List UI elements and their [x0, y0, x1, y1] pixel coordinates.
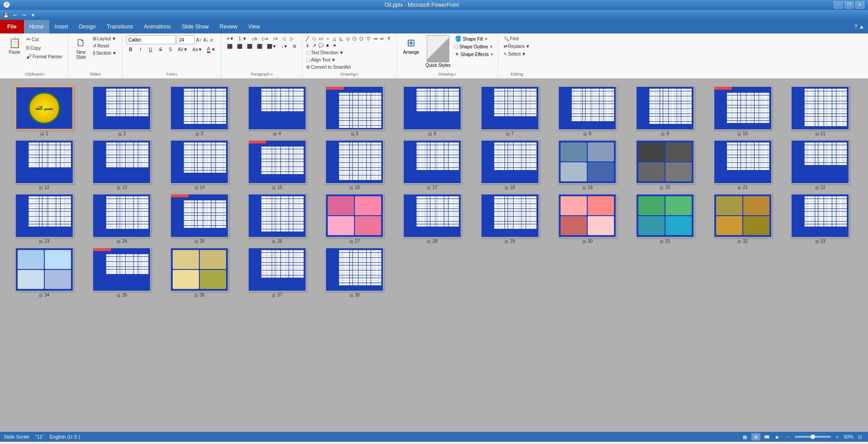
- slide-thumbnail[interactable]: [325, 194, 384, 238]
- redo-qat-button[interactable]: ↪: [20, 11, 28, 19]
- animations-menu[interactable]: Animations: [138, 20, 176, 33]
- slide-thumbnail[interactable]: ████████ ███ ██████ ████ ██ ████████████…: [481, 86, 539, 130]
- increase-font-button[interactable]: A↑: [196, 37, 202, 43]
- slide-thumbnail[interactable]: ████████ ███ ██████ ████ ██ ████████████…: [170, 86, 229, 130]
- left-arrow-shape[interactable]: ⇐: [379, 35, 385, 42]
- slide-container[interactable]: ▤34: [7, 247, 81, 298]
- replace-button[interactable]: ⇄ Replace ▼: [502, 43, 532, 50]
- drawing-expand-icon[interactable]: ⎘: [356, 73, 358, 76]
- layout-button[interactable]: ⊞ Layout ▼: [91, 35, 118, 42]
- slideshow-menu[interactable]: Slide Show: [176, 20, 214, 33]
- customize-qat-button[interactable]: ▼: [29, 11, 37, 19]
- align-text-button[interactable]: ⬚ Align Text ▼: [304, 57, 353, 63]
- shape-fill-button[interactable]: 🪣 Shape Fill ▼: [453, 35, 495, 43]
- fit-slide-button[interactable]: ⊡: [855, 433, 864, 440]
- slide-thumbnail[interactable]: ███████████████████ ███ ██████ ████ ██ █…: [170, 194, 229, 238]
- slide-thumbnail[interactable]: ████████ ███ ██████ ████ ██ ████████████…: [92, 140, 151, 184]
- close-button[interactable]: ✕: [855, 1, 864, 9]
- star5-shape[interactable]: ★: [325, 42, 331, 48]
- slide-container[interactable]: ████████ ███ ██████ ████ ██ ████████████…: [473, 140, 547, 190]
- more-shapes[interactable]: ▽: [365, 35, 372, 42]
- insert-menu[interactable]: Insert: [49, 20, 74, 33]
- clipboard-expand-icon[interactable]: ⎘: [43, 73, 45, 76]
- slide-thumbnail[interactable]: ████████ ███ ██████ ████ ██ ████████████…: [403, 194, 462, 238]
- slide-container[interactable]: ███████████████████ ███ ██████ ████ ██ █…: [240, 140, 314, 190]
- zoom-out-button[interactable]: −: [784, 433, 793, 440]
- change-case-button[interactable]: Aa▼: [190, 46, 204, 53]
- copy-button[interactable]: ⎘ Copy: [24, 44, 64, 52]
- transitions-menu[interactable]: Transitions: [101, 20, 138, 33]
- slide-container[interactable]: ████████ ███ ██████ ████ ██ ████████████…: [783, 86, 857, 136]
- slide-thumbnail[interactable]: ███████████████████ ███ ██████ ████ ██ █…: [92, 247, 151, 292]
- triangle-shape[interactable]: △: [331, 35, 338, 42]
- slide-container[interactable]: ████████ ███ ██████ ████ ██ ████████████…: [318, 140, 392, 190]
- quick-styles-label[interactable]: Quick Styles: [425, 63, 451, 68]
- font-expand-icon[interactable]: ⎘: [175, 73, 177, 76]
- slide-container[interactable]: ████████ ███ ██████ ████ ██ ████████████…: [706, 140, 780, 190]
- text-shadow-button[interactable]: S: [166, 46, 175, 53]
- slide-container[interactable]: ████████ ███ ██████ ████ ██ ████████████…: [162, 140, 236, 190]
- char-spacing-button[interactable]: AV▼: [176, 46, 190, 53]
- slide-container[interactable]: ████████ ███ ██████ ████ ██ ████████████…: [240, 194, 314, 244]
- slide-thumbnail[interactable]: [558, 140, 617, 184]
- view-menu[interactable]: View: [243, 20, 265, 33]
- pentagon-shape[interactable]: ⬠: [352, 35, 358, 42]
- slide-panel[interactable]: بسم الله▤1████████ ███ ██████ ████ ██ ██…: [0, 79, 868, 432]
- save-qat-button[interactable]: 💾: [2, 11, 10, 19]
- zoom-slider[interactable]: [795, 436, 831, 438]
- format-painter-button[interactable]: 🖌 Format Painter: [24, 52, 64, 61]
- slide-container[interactable]: ████████ ███ ██████ ████ ██ ████████████…: [240, 247, 314, 298]
- slide-thumbnail[interactable]: [558, 194, 617, 238]
- select-button[interactable]: ↖ Select ▼: [502, 51, 528, 57]
- slide-container[interactable]: ████████ ███ ██████ ████ ██ ████████████…: [395, 140, 469, 190]
- align-right-button[interactable]: ⬛: [245, 43, 254, 50]
- slide-sorter-button[interactable]: ⊞: [751, 433, 760, 440]
- italic-button[interactable]: I: [136, 46, 145, 53]
- slide-container[interactable]: ████████ ███ ██████ ████ ██ ████████████…: [783, 194, 857, 244]
- slide-thumbnail[interactable]: ████████ ███ ██████ ████ ██ ████████████…: [403, 140, 462, 184]
- new-slide-button[interactable]: 🗋 NewSlide: [72, 35, 90, 61]
- down-arrow-shape[interactable]: ⇓: [304, 42, 311, 48]
- slide-thumbnail[interactable]: ████████ ███ ██████ ████ ██ ████████████…: [481, 140, 539, 184]
- line-shape[interactable]: ╱: [304, 35, 311, 42]
- slide-container[interactable]: ████████ ███ ██████ ████ ██ ████████████…: [85, 194, 159, 244]
- slide-thumbnail[interactable]: ████████ ███ ██████ ████ ██ ████████████…: [248, 86, 307, 130]
- oval-shape[interactable]: ○: [325, 35, 331, 42]
- slide-container[interactable]: ████████ ███ ██████ ████ ██ ████████████…: [162, 86, 236, 136]
- underline-button[interactable]: U: [146, 46, 155, 53]
- star4-shape[interactable]: ✦: [331, 42, 338, 48]
- slide-thumbnail[interactable]: ████████ ███ ██████ ████ ██ ████████████…: [248, 194, 307, 238]
- slide-container[interactable]: ████████ ███ ██████ ████ ██ ████████████…: [318, 247, 392, 298]
- increase-indent-button[interactable]: ▷≡: [260, 35, 270, 42]
- slide-thumbnail[interactable]: ████████ ███ ██████ ████ ██ ████████████…: [636, 86, 694, 130]
- slide-container[interactable]: ████████ ███ ██████ ████ ██ ████████████…: [395, 194, 469, 244]
- ltr-button[interactable]: ▷: [288, 35, 296, 42]
- slide-thumbnail[interactable]: ████████ ███ ██████ ████ ██ ████████████…: [713, 140, 772, 184]
- quick-styles-preview[interactable]: [427, 35, 449, 62]
- font-color-button[interactable]: A▼: [205, 45, 217, 54]
- slide-thumbnail[interactable]: [170, 247, 229, 292]
- design-menu[interactable]: Design: [74, 20, 101, 33]
- restore-button[interactable]: ❐: [844, 1, 854, 9]
- callout-shape[interactable]: 💬: [318, 42, 324, 48]
- slide-container[interactable]: ███████████████████ ███ ██████ ████ ██ █…: [706, 86, 780, 136]
- slide-container[interactable]: ▤20: [628, 140, 702, 190]
- slide-thumbnail[interactable]: ████████ ███ ██████ ████ ██ ████████████…: [248, 247, 307, 292]
- slide-container[interactable]: ▤19: [550, 140, 624, 190]
- slide-container[interactable]: ████████ ███ ██████ ████ ██ ████████████…: [628, 86, 702, 136]
- slide-container[interactable]: ▤27: [318, 194, 392, 244]
- rtl-button[interactable]: ◁: [280, 35, 288, 42]
- columns-button[interactable]: ⬛▼: [265, 43, 278, 50]
- slide-thumbnail[interactable]: ███████████████████ ███ ██████ ████ ██ █…: [325, 86, 384, 130]
- slide-thumbnail[interactable]: ████████ ███ ██████ ████ ██ ████████████…: [92, 194, 151, 238]
- bold-button[interactable]: B: [126, 46, 135, 53]
- normal-view-button[interactable]: ▦: [741, 433, 750, 440]
- slide-container[interactable]: ████████ ███ ██████ ████ ██ ████████████…: [395, 86, 469, 136]
- font-size-input[interactable]: [177, 35, 195, 44]
- slide-container[interactable]: ███████████████████ ███ ██████ ████ ██ █…: [162, 194, 236, 244]
- slide-thumbnail[interactable]: ████████ ███ ██████ ████ ██ ████████████…: [403, 86, 462, 130]
- slide-container[interactable]: ████████ ███ ██████ ████ ██ ████████████…: [85, 140, 159, 190]
- file-menu[interactable]: File: [0, 20, 24, 33]
- slide-show-button[interactable]: ▶: [773, 433, 782, 440]
- rect-shape[interactable]: □: [311, 35, 317, 42]
